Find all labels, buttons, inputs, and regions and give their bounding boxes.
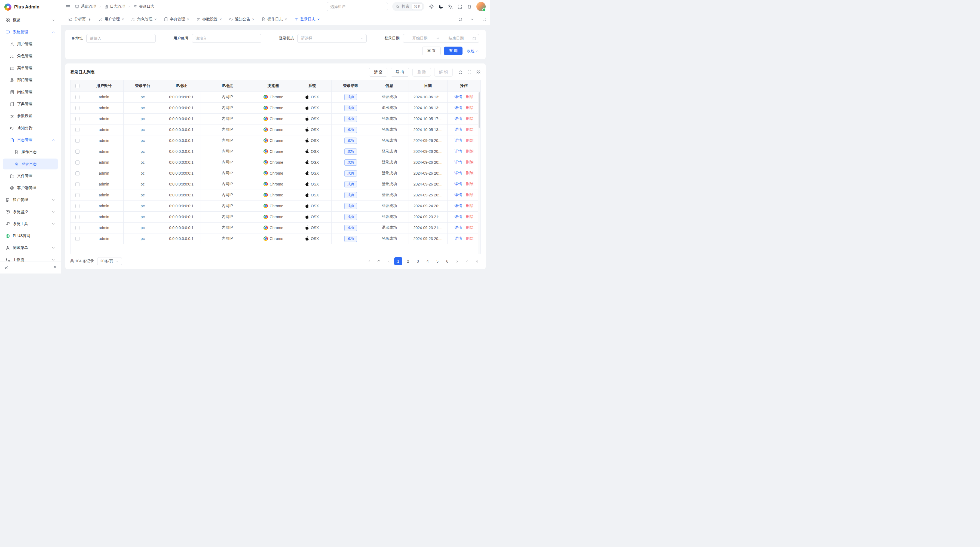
- first-page-button[interactable]: [365, 257, 373, 265]
- unlock-button[interactable]: 解 锁: [434, 68, 453, 77]
- account-input[interactable]: [192, 34, 261, 43]
- detail-link[interactable]: 详情: [454, 149, 462, 154]
- row-checkbox[interactable]: [75, 171, 80, 175]
- breadcrumb-item[interactable]: 日志管理: [104, 4, 125, 9]
- page-button-6[interactable]: 6: [443, 257, 451, 265]
- theme-toggle-button[interactable]: [438, 4, 444, 9]
- delete-link[interactable]: 删除: [466, 149, 473, 154]
- sidebar-item-posts[interactable]: 岗位管理: [3, 87, 58, 97]
- delete-link[interactable]: 删除: [466, 94, 473, 99]
- detail-link[interactable]: 详情: [454, 105, 462, 110]
- row-checkbox[interactable]: [75, 204, 80, 208]
- detail-link[interactable]: 详情: [454, 225, 462, 230]
- sidebar-item-logs[interactable]: 日志管理: [3, 135, 58, 145]
- sidebar-item-system[interactable]: 系统管理: [3, 27, 58, 38]
- sidebar-item-workflow[interactable]: 工作流: [3, 254, 58, 262]
- tab-close-icon[interactable]: ×: [122, 17, 124, 21]
- breadcrumb-item[interactable]: 系统管理: [75, 4, 96, 9]
- ip-input[interactable]: [86, 34, 156, 43]
- sidebar-toggle-button[interactable]: [65, 4, 70, 9]
- row-checkbox[interactable]: [75, 150, 80, 154]
- delete-link[interactable]: 删除: [466, 138, 473, 143]
- tab-close-icon[interactable]: ×: [154, 17, 157, 21]
- delete-link[interactable]: 删除: [466, 127, 473, 132]
- tab-close-icon[interactable]: ×: [187, 17, 189, 21]
- sidebar-item-overview[interactable]: 概览: [3, 15, 58, 26]
- table-fullscreen-button[interactable]: [467, 70, 472, 75]
- detail-link[interactable]: 详情: [454, 116, 462, 121]
- page-button-5[interactable]: 5: [433, 257, 442, 265]
- collapse-sidebar-button[interactable]: [4, 265, 9, 270]
- sidebar-item-depts[interactable]: 部门管理: [3, 75, 58, 86]
- pin-sidebar-button[interactable]: [53, 266, 57, 270]
- tab-params[interactable]: 参数设置×: [193, 13, 225, 25]
- tab-close-icon[interactable]: ×: [285, 17, 287, 21]
- sidebar-item-tools[interactable]: 系统工具: [3, 218, 58, 230]
- clear-button[interactable]: 清 空: [369, 68, 387, 77]
- prev-pages-button[interactable]: [375, 257, 383, 265]
- date-range-picker[interactable]: 开始日期结束日期: [403, 34, 479, 43]
- detail-link[interactable]: 详情: [454, 127, 462, 132]
- next-page-button[interactable]: [453, 257, 461, 265]
- delete-link[interactable]: 删除: [466, 105, 473, 110]
- settings-button[interactable]: [429, 4, 434, 9]
- delete-button[interactable]: 删 除: [412, 68, 431, 77]
- sidebar-item-plus-site[interactable]: PLUS官网: [3, 230, 58, 241]
- sidebar-item-users[interactable]: 用户管理: [3, 39, 58, 49]
- detail-link[interactable]: 详情: [454, 182, 462, 187]
- detail-link[interactable]: 详情: [454, 138, 462, 143]
- sidebar-item-dict[interactable]: 字典管理: [3, 99, 58, 110]
- column-settings-button[interactable]: [476, 70, 481, 75]
- delete-link[interactable]: 删除: [466, 236, 473, 241]
- sidebar-item-notice[interactable]: 通知公告: [3, 123, 58, 134]
- sidebar-item-login-log[interactable]: 登录日志: [3, 159, 58, 169]
- tenant-select[interactable]: [327, 2, 388, 11]
- select-all-checkbox[interactable]: [75, 84, 80, 88]
- delete-link[interactable]: 删除: [466, 160, 473, 165]
- tabs-menu-button[interactable]: [466, 13, 478, 25]
- sidebar-item-params[interactable]: 参数设置: [3, 111, 58, 121]
- row-checkbox[interactable]: [75, 215, 80, 219]
- page-button-3[interactable]: 3: [414, 257, 422, 265]
- detail-link[interactable]: 详情: [454, 236, 462, 241]
- tab-analysis[interactable]: 分析页: [65, 13, 95, 25]
- row-checkbox[interactable]: [75, 117, 80, 121]
- status-select[interactable]: 请选择: [297, 34, 367, 43]
- detail-link[interactable]: 详情: [454, 171, 462, 176]
- delete-link[interactable]: 删除: [466, 171, 473, 176]
- row-checkbox[interactable]: [75, 226, 80, 230]
- row-checkbox[interactable]: [75, 95, 80, 99]
- prev-page-button[interactable]: [384, 257, 393, 265]
- global-search[interactable]: 搜索 ⌘ K: [392, 2, 425, 11]
- avatar[interactable]: [476, 2, 486, 11]
- tab-close-icon[interactable]: ×: [317, 17, 320, 21]
- page-button-1[interactable]: 1: [394, 257, 402, 265]
- delete-link[interactable]: 删除: [466, 204, 473, 208]
- sidebar-item-menus[interactable]: 菜单管理: [3, 63, 58, 73]
- tab-login-log[interactable]: 登录日志×: [291, 13, 323, 25]
- delete-link[interactable]: 删除: [466, 182, 473, 187]
- next-pages-button[interactable]: [463, 257, 471, 265]
- sidebar-item-op-log[interactable]: 操作日志: [3, 147, 58, 158]
- row-checkbox[interactable]: [75, 161, 80, 164]
- delete-link[interactable]: 删除: [466, 116, 473, 121]
- sidebar-item-tenants[interactable]: 租户管理: [3, 195, 58, 206]
- page-size-select[interactable]: 20条/页: [97, 257, 122, 265]
- row-checkbox[interactable]: [75, 128, 80, 132]
- query-button[interactable]: 查 询: [444, 46, 463, 55]
- tab-close-icon[interactable]: ×: [252, 17, 255, 21]
- breadcrumb-item[interactable]: 登录日志: [133, 4, 154, 9]
- sidebar-item-monitor[interactable]: 系统监控: [3, 206, 58, 217]
- row-checkbox[interactable]: [75, 193, 80, 197]
- delete-link[interactable]: 删除: [466, 193, 473, 198]
- detail-link[interactable]: 详情: [454, 204, 462, 208]
- detail-link[interactable]: 详情: [454, 94, 462, 99]
- detail-link[interactable]: 详情: [454, 160, 462, 165]
- content-fullscreen-button[interactable]: [478, 13, 490, 25]
- detail-link[interactable]: 详情: [454, 193, 462, 198]
- page-button-4[interactable]: 4: [423, 257, 432, 265]
- scrollbar-thumb[interactable]: [479, 92, 480, 128]
- tab-roles[interactable]: 角色管理×: [128, 13, 160, 25]
- tabs-refresh-button[interactable]: [454, 13, 466, 25]
- tab-dict[interactable]: 字典管理×: [160, 13, 193, 25]
